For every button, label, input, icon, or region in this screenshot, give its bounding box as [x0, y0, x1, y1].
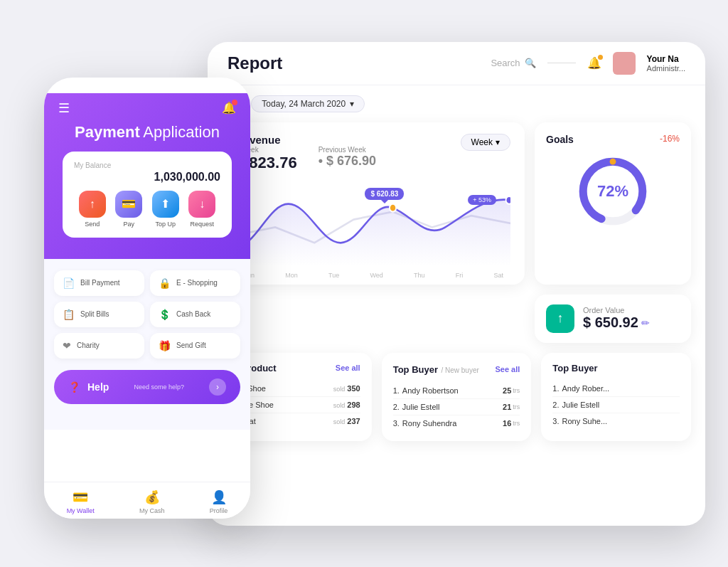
- notification-icon-phone[interactable]: 🔔: [222, 101, 236, 115]
- cash-icon: 💰: [144, 489, 160, 505]
- revenue-card: Revenue a week $ 823.76 Previous Week • …: [222, 122, 525, 285]
- nav-profile[interactable]: 👤 Profile: [210, 489, 228, 514]
- tablet-main-grid: Revenue a week $ 823.76 Previous Week • …: [222, 122, 691, 441]
- buyer-rank: 1.: [393, 386, 400, 395]
- split-label: Split Bills: [80, 310, 109, 318]
- buyer-rank: 2.: [393, 403, 400, 411]
- x-label-mon: Mon: [285, 272, 298, 279]
- cashback-label: Cash Back: [176, 310, 210, 318]
- action-send[interactable]: ↑ Send: [79, 191, 106, 228]
- tablet-header: Report Search 🔍 🔔 Your Na Administr...: [208, 42, 705, 85]
- app-title-word1: Payment: [75, 123, 140, 141]
- help-left: ❓ Help: [68, 381, 109, 393]
- buyer-unit: trs: [513, 403, 520, 410]
- phone-top-bar: ☰ 🔔: [58, 100, 236, 116]
- help-sub: Need some help?: [134, 383, 184, 391]
- revenue-amounts: a week $ 823.76 Previous Week • $ 676.90: [236, 146, 376, 172]
- date-filter: Show: Today, 24 March 2020 ▾: [222, 95, 691, 112]
- balance-label: My Balance: [74, 161, 220, 169]
- phone-nav: 💳 My Wallet 💰 My Cash 👤 Profile: [44, 482, 250, 519]
- search-icon[interactable]: 🔍: [525, 58, 536, 68]
- profile-label: Profile: [210, 507, 228, 514]
- action-topup[interactable]: ⬆ Top Up: [152, 191, 179, 228]
- chart-area: $ 620.83 + 53%: [236, 181, 510, 273]
- order-label: Order Value: [583, 306, 650, 314]
- gift-icon: 🎁: [159, 340, 171, 351]
- top-product-see-all[interactable]: See all: [336, 364, 360, 372]
- goals-change: -16%: [660, 134, 680, 145]
- table-row: 2. Julie Estell: [552, 397, 680, 413]
- chevron-down-icon-week: ▾: [496, 137, 500, 147]
- shopping-label: E - Shopping: [176, 279, 218, 287]
- menu-item-charity[interactable]: ❤ Charity: [54, 333, 144, 359]
- menu-grid: 📄 Bill Payment 🔒 E - Shopping 📋 Split Bi…: [54, 270, 240, 359]
- action-request[interactable]: ↓ Request: [188, 191, 215, 228]
- table-row: nk Hat sold237: [233, 413, 360, 429]
- action-pay[interactable]: 💳 Pay: [115, 191, 142, 228]
- buyer-rank: 3.: [552, 417, 559, 425]
- order-edit-icon[interactable]: ✏: [641, 317, 650, 329]
- phone: ☰ 🔔 Payment Application My Balance 1,030…: [44, 78, 250, 519]
- menu-item-shopping[interactable]: 🔒 E - Shopping: [150, 270, 240, 296]
- tablet-body: Show: Today, 24 March 2020 ▾ Revenue a w…: [208, 85, 705, 526]
- request-label: Request: [190, 221, 214, 228]
- revenue-header: Revenue a week $ 823.76 Previous Week • …: [236, 134, 510, 175]
- week-dropdown[interactable]: Week ▾: [461, 134, 510, 151]
- bill-icon: 📄: [63, 277, 75, 289]
- hamburger-icon[interactable]: ☰: [58, 100, 70, 116]
- cashback-icon: 💲: [159, 309, 171, 320]
- top-buyer-1-title: Top Buyer: [393, 364, 438, 375]
- table-row: White Shoe sold298: [233, 397, 360, 413]
- nav-cash[interactable]: 💰 My Cash: [139, 489, 165, 514]
- top-buyer-1-see-all[interactable]: See all: [495, 365, 520, 373]
- sendgift-label: Send Gift: [176, 341, 206, 349]
- x-label-fri: Fri: [456, 272, 464, 279]
- top-product-list: ack Shoe sold350 White Shoe sold298 nk H…: [233, 381, 360, 429]
- search-bar[interactable]: Search 🔍: [491, 58, 535, 68]
- svg-point-0: [390, 203, 396, 211]
- order-amount: $ 650.92: [583, 314, 638, 331]
- week-label: Week: [471, 137, 493, 147]
- wallet-label: My Wallet: [67, 507, 95, 514]
- prev-week-amount: • $ 676.90: [318, 154, 376, 169]
- goals-card: Goals -16% 72%: [535, 122, 691, 285]
- buyer-count: 16: [503, 419, 511, 428]
- menu-item-cashback[interactable]: 💲 Cash Back: [150, 302, 240, 327]
- split-icon: 📋: [63, 309, 75, 320]
- top-buyer-1-header: Top Buyer / New buyer See all: [393, 363, 520, 376]
- svg-point-4: [610, 158, 616, 164]
- phone-notch: [112, 78, 183, 93]
- cash-label: My Cash: [139, 507, 165, 514]
- product-sold: sold237: [333, 417, 360, 425]
- top-buyer-2-header: Top Buyer: [552, 363, 680, 373]
- prev-week-label: Previous Week: [318, 146, 376, 154]
- nav-wallet[interactable]: 💳 My Wallet: [67, 489, 95, 514]
- help-button[interactable]: ❓ Help Need some help? ›: [54, 370, 240, 404]
- user-name: Your Na: [647, 54, 685, 64]
- table-row: 1. Andy Robertson 25 trs: [393, 383, 520, 399]
- notif-dot: [232, 100, 237, 105]
- top-buyer-1-list: 1. Andy Robertson 25 trs 2. Julie Estell…: [393, 383, 520, 431]
- top-product-header: o Product See all: [233, 363, 360, 373]
- user-avatar: [613, 52, 636, 75]
- menu-item-split[interactable]: 📋 Split Bills: [54, 302, 144, 327]
- notification-bell[interactable]: 🔔: [587, 56, 601, 70]
- quick-actions: ↑ Send 💳 Pay ⬆ Top Up ↓ Request: [74, 191, 220, 228]
- help-arrow-icon: ›: [209, 378, 226, 396]
- request-icon: ↓: [188, 191, 215, 218]
- buyer-unit: trs: [513, 387, 520, 394]
- top-buyer-2-list: 1. Andy Rober... 2. Julie Estell 3. Rony…: [552, 381, 680, 429]
- donut-percentage: 72%: [597, 182, 628, 201]
- help-question-icon: ❓: [68, 381, 80, 393]
- top-buyer-2-card: Top Buyer 1. Andy Rober... 2. Julie Este…: [541, 353, 691, 441]
- x-label-thu: Thu: [414, 272, 425, 279]
- top-buyer-1-card: Top Buyer / New buyer See all 1. Andy Ro…: [382, 353, 532, 441]
- menu-item-sendgift[interactable]: 🎁 Send Gift: [150, 333, 240, 359]
- menu-item-bill[interactable]: 📄 Bill Payment: [54, 270, 144, 296]
- date-dropdown[interactable]: Today, 24 March 2020 ▾: [251, 95, 365, 112]
- shopping-icon: 🔒: [159, 277, 171, 289]
- notification-dot: [598, 55, 603, 60]
- chart-x-labels: Sun Mon Tue Wed Thu Fri Sat: [236, 272, 510, 279]
- topup-label: Top Up: [155, 221, 176, 228]
- wallet-icon: 💳: [73, 489, 88, 505]
